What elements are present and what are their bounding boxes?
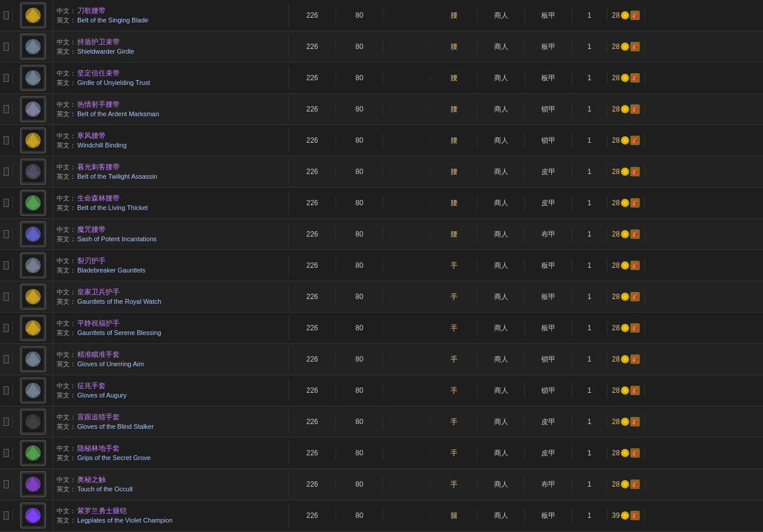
row-checkbox[interactable] bbox=[0, 9, 13, 22]
item-type: 皮甲 bbox=[525, 165, 572, 179]
item-empty bbox=[383, 232, 430, 237]
item-slot: 腰 bbox=[430, 102, 478, 117]
bag-icon[interactable]: 🎒 bbox=[630, 354, 640, 364]
row-checkbox[interactable] bbox=[0, 103, 13, 116]
item-empty bbox=[383, 513, 430, 518]
table-row[interactable]: 中文：刀歌腰带 英文：Belt of the Singing Blade 226… bbox=[0, 0, 763, 31]
item-name: 中文：奥秘之触 英文：Touch of the Occult bbox=[53, 472, 289, 496]
item-price: 39 🎒 bbox=[607, 508, 645, 523]
table-row[interactable]: 中文：持盾护卫束带 英文：Shieldwarder Girdle 226 80 … bbox=[0, 31, 763, 63]
gold-icon bbox=[621, 42, 629, 51]
row-checkbox[interactable] bbox=[0, 446, 13, 459]
item-empty bbox=[383, 388, 430, 393]
bag-icon[interactable]: 🎒 bbox=[630, 480, 640, 489]
gold-icon bbox=[621, 480, 629, 488]
item-count: 1 bbox=[572, 9, 607, 22]
item-level: 80 bbox=[336, 415, 383, 428]
item-slot: 手 bbox=[430, 477, 478, 492]
row-checkbox[interactable] bbox=[0, 290, 13, 303]
item-table: 中文：刀歌腰带 英文：Belt of the Singing Blade 226… bbox=[0, 0, 763, 532]
item-level: 80 bbox=[336, 196, 383, 209]
item-level: 80 bbox=[336, 40, 383, 53]
item-source: 商人 bbox=[478, 290, 525, 304]
item-empty bbox=[383, 294, 430, 299]
item-id: 226 bbox=[289, 71, 336, 84]
row-checkbox[interactable] bbox=[0, 259, 13, 272]
bag-icon[interactable]: 🎒 bbox=[630, 292, 640, 301]
row-checkbox[interactable] bbox=[0, 353, 13, 366]
table-row[interactable]: 中文：暮光刺客腰带 英文：Belt of the Twilight Assass… bbox=[0, 156, 763, 188]
table-row[interactable]: 中文：裂刃护手 英文：Bladebreaker Gauntlets 226 80… bbox=[0, 250, 763, 281]
item-level: 80 bbox=[336, 71, 383, 84]
row-checkbox[interactable] bbox=[0, 415, 13, 428]
row-checkbox[interactable] bbox=[0, 228, 13, 241]
table-row[interactable]: 中文：生命森林腰带 英文：Belt of the Living Thicket … bbox=[0, 188, 763, 219]
table-row[interactable]: 中文：皇家卫兵护手 英文：Gauntlets of the Royal Watc… bbox=[0, 281, 763, 313]
item-empty bbox=[383, 75, 430, 80]
item-price: 28 🎒 bbox=[607, 258, 645, 272]
row-checkbox[interactable] bbox=[0, 321, 13, 334]
item-level: 80 bbox=[336, 134, 383, 147]
item-empty bbox=[383, 263, 430, 268]
svg-rect-63 bbox=[31, 480, 35, 489]
table-row[interactable]: 中文：热情射手腰带 英文：Belt of the Ardent Marksman… bbox=[0, 94, 763, 125]
bag-icon[interactable]: 🎒 bbox=[630, 229, 640, 239]
item-count: 1 bbox=[572, 71, 607, 84]
item-source: 商人 bbox=[478, 40, 525, 54]
table-row[interactable]: 中文：征兆手套 英文：Gloves of Augury 226 80 手 商人 … bbox=[0, 375, 763, 406]
item-source: 商人 bbox=[478, 133, 525, 148]
row-checkbox[interactable] bbox=[0, 384, 13, 397]
bag-icon[interactable]: 🎒 bbox=[630, 261, 640, 270]
bag-icon[interactable]: 🎒 bbox=[630, 417, 640, 426]
table-row[interactable]: 中文：奥秘之触 英文：Touch of the Occult 226 80 手 … bbox=[0, 469, 763, 500]
table-row[interactable]: 中文：隐秘林地手套 英文：Grips of the Secret Grove 2… bbox=[0, 438, 763, 469]
bag-icon[interactable]: 🎒 bbox=[630, 167, 640, 176]
item-level: 80 bbox=[336, 321, 383, 334]
item-id: 226 bbox=[289, 509, 336, 522]
item-level: 80 bbox=[336, 478, 383, 491]
item-type: 板甲 bbox=[525, 258, 572, 273]
bag-icon[interactable]: 🎒 bbox=[630, 448, 640, 458]
bag-icon[interactable]: 🎒 bbox=[630, 136, 640, 145]
table-row[interactable]: 中文：坚定信任束带 英文：Girdle of Unyielding Trust … bbox=[0, 63, 763, 94]
item-slot: 腰 bbox=[430, 133, 478, 148]
row-checkbox[interactable] bbox=[0, 478, 13, 491]
table-row[interactable]: 中文：寒风腰带 英文：Windchill Binding 226 80 腰 商人… bbox=[0, 125, 763, 156]
item-id: 226 bbox=[289, 228, 336, 241]
row-checkbox[interactable] bbox=[0, 196, 13, 209]
item-slot: 手 bbox=[430, 383, 478, 398]
bag-icon[interactable]: 🎒 bbox=[630, 323, 640, 333]
row-checkbox[interactable] bbox=[0, 165, 13, 178]
bag-icon[interactable]: 🎒 bbox=[630, 511, 640, 520]
item-source: 商人 bbox=[478, 352, 525, 367]
table-row[interactable]: 中文：盲跟追猎手套 英文：Gloves of the Blind Stalker… bbox=[0, 406, 763, 438]
row-checkbox[interactable] bbox=[0, 40, 13, 53]
svg-rect-19 bbox=[31, 136, 35, 145]
bag-icon[interactable]: 🎒 bbox=[630, 386, 640, 395]
bag-icon[interactable]: 🎒 bbox=[630, 198, 640, 208]
item-icon bbox=[13, 313, 53, 343]
row-checkbox[interactable] bbox=[0, 134, 13, 147]
svg-rect-67 bbox=[31, 511, 35, 520]
item-id: 226 bbox=[289, 384, 336, 397]
table-row[interactable]: 中文：精准瞄准手套 英文：Gloves of Unerring Aim 226 … bbox=[0, 344, 763, 375]
gold-icon bbox=[621, 230, 629, 238]
bag-icon[interactable]: 🎒 bbox=[630, 73, 640, 83]
svg-rect-11 bbox=[31, 73, 35, 83]
svg-rect-47 bbox=[31, 354, 35, 364]
row-checkbox[interactable] bbox=[0, 71, 13, 84]
item-name: 中文：刀歌腰带 英文：Belt of the Singing Blade bbox=[53, 4, 289, 27]
gold-icon bbox=[621, 11, 629, 19]
item-source: 商人 bbox=[478, 196, 525, 211]
item-name: 中文：隐秘林地手套 英文：Grips of the Secret Grove bbox=[53, 441, 289, 465]
table-row[interactable]: 中文：魔咒腰带 英文：Sash of Potent Incantations 2… bbox=[0, 219, 763, 250]
table-row[interactable]: 中文：紫罗兰勇士腿铠 英文：Legplates of the Violet Ch… bbox=[0, 500, 763, 531]
item-id: 226 bbox=[289, 446, 336, 459]
bag-icon[interactable]: 🎒 bbox=[630, 104, 640, 114]
bag-icon[interactable]: 🎒 bbox=[630, 11, 640, 20]
row-checkbox[interactable] bbox=[0, 509, 13, 522]
table-row[interactable]: 中文：平静祝福护手 英文：Gauntlets of Serene Blessin… bbox=[0, 313, 763, 344]
item-type: 板甲 bbox=[525, 290, 572, 304]
item-level: 80 bbox=[336, 103, 383, 116]
bag-icon[interactable]: 🎒 bbox=[630, 42, 640, 51]
